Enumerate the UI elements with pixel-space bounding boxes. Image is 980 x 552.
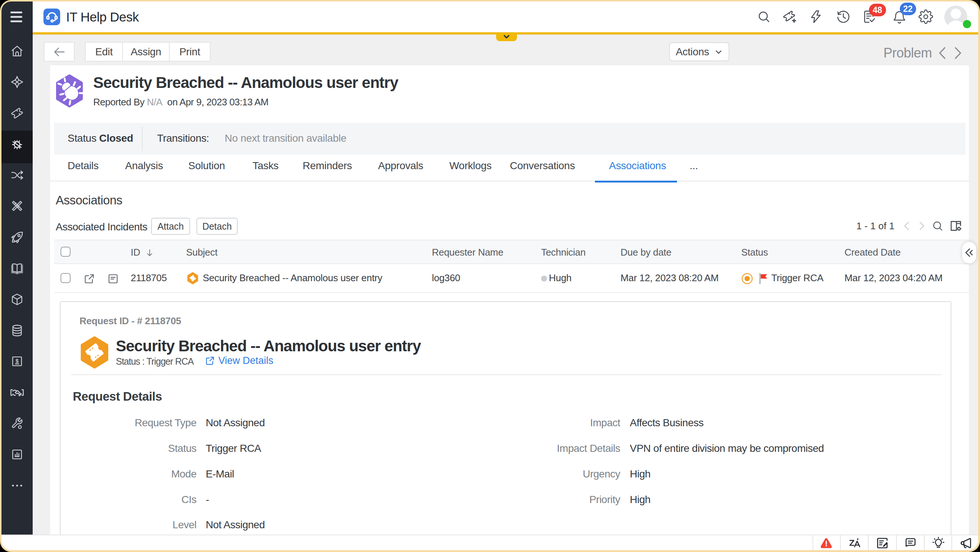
svg-text:$: $ xyxy=(16,358,19,364)
